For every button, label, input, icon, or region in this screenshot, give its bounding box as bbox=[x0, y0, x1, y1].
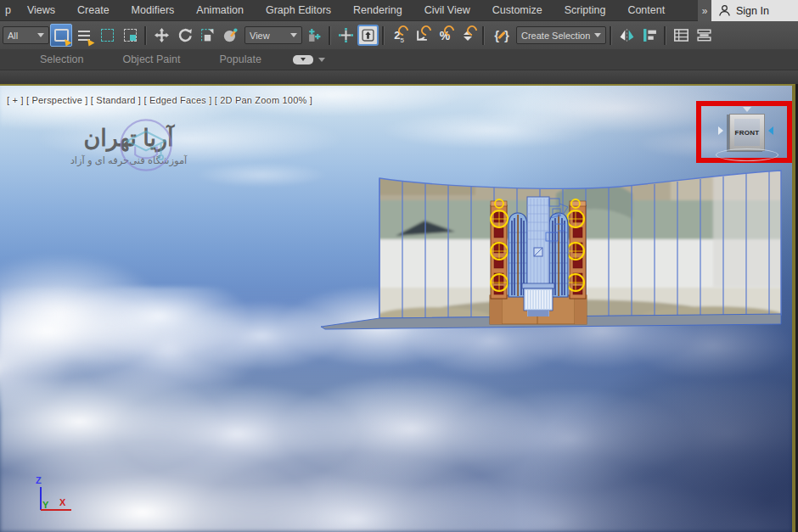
viewcube-front-face[interactable]: FRONT bbox=[734, 119, 760, 146]
align-button[interactable] bbox=[638, 24, 660, 47]
ribbon-body-collapsed bbox=[0, 70, 798, 84]
layer-explorer-icon bbox=[697, 29, 711, 42]
sign-in-label: Sign In bbox=[736, 5, 769, 17]
tab-selection[interactable]: Selection bbox=[20, 49, 103, 70]
chevron-down-icon bbox=[318, 58, 325, 62]
menu-bar: p Views Create Modifiers Animation Graph… bbox=[0, 0, 798, 21]
minimize-ribbon-button[interactable] bbox=[293, 55, 325, 64]
toolbar-separator bbox=[664, 26, 666, 45]
toggle-scene-explorer-button[interactable] bbox=[670, 24, 692, 47]
menu-overflow-button[interactable]: » bbox=[698, 0, 711, 21]
snaps-toggle-button[interactable]: 2 5 bbox=[388, 24, 410, 47]
kbd-override-icon bbox=[362, 29, 374, 42]
brace-right: } bbox=[504, 28, 509, 42]
coord-system-value: View bbox=[250, 31, 270, 41]
viewcube-left-arrow-icon[interactable] bbox=[718, 126, 723, 135]
axis-z-label: Z bbox=[36, 475, 42, 485]
named-selection-sets-dropdown[interactable]: Create Selection Se bbox=[516, 26, 606, 44]
viewport-label[interactable]: [ + ] [ Perspective ] [ Standard ] [ Edg… bbox=[7, 95, 312, 105]
minimize-ribbon-icon bbox=[293, 55, 313, 64]
ribbon-tab-bar: Selection Object Paint Populate bbox=[0, 49, 798, 70]
window-crossing-icon bbox=[124, 29, 137, 42]
toolbar-separator bbox=[482, 26, 485, 45]
menu-item-customize[interactable]: Customize bbox=[481, 0, 554, 21]
chevron-down-icon bbox=[290, 33, 297, 37]
annotation-highlight-box: FRONT bbox=[696, 101, 792, 163]
align-icon bbox=[643, 29, 657, 42]
main-toolbar: All bbox=[0, 21, 798, 49]
sign-in-button[interactable]: Sign In bbox=[711, 0, 798, 21]
scene-explorer-icon bbox=[674, 29, 688, 42]
snaps-sublabel: 5 bbox=[400, 36, 403, 44]
select-object-button[interactable] bbox=[50, 24, 72, 47]
select-and-manipulate-button[interactable] bbox=[334, 24, 357, 47]
menu-item-graph-editors[interactable]: Graph Editors bbox=[255, 0, 342, 21]
select-and-move-button[interactable] bbox=[150, 24, 172, 47]
selection-region-button[interactable] bbox=[96, 24, 118, 47]
menu-item-modifiers[interactable]: Modifiers bbox=[121, 0, 186, 21]
menu-item-create[interactable]: Create bbox=[66, 0, 121, 21]
scale-icon bbox=[200, 28, 215, 42]
menu-item-truncated[interactable]: p bbox=[0, 0, 16, 21]
tab-object-paint[interactable]: Object Paint bbox=[103, 49, 200, 70]
use-pivot-point-button[interactable] bbox=[303, 24, 325, 47]
tab-populate[interactable]: Populate bbox=[200, 49, 281, 70]
graduation-cap-logo bbox=[119, 118, 173, 172]
world-axis-gizmo: Z X Y bbox=[15, 473, 76, 520]
viewcube-right-arrow-icon[interactable] bbox=[768, 126, 773, 135]
perspective-viewport[interactable]: [ + ] [ Perspective ] [ Standard ] [ Edg… bbox=[0, 84, 795, 532]
rotate-icon bbox=[177, 28, 192, 42]
keyboard-shortcut-override-button[interactable] bbox=[357, 25, 379, 46]
chevron-down-icon bbox=[594, 33, 601, 37]
mirror-button[interactable] bbox=[615, 24, 638, 47]
edit-named-selection-sets-button[interactable]: { } bbox=[488, 24, 515, 47]
selection-filter-value: All bbox=[8, 31, 18, 41]
menu-item-rendering[interactable]: Rendering bbox=[342, 0, 413, 21]
menu-item-content[interactable]: Content bbox=[616, 0, 676, 21]
angle-snap-toggle-button[interactable] bbox=[411, 24, 433, 47]
select-and-place-button[interactable] bbox=[219, 24, 241, 47]
manipulate-icon bbox=[339, 28, 353, 42]
select-and-scale-button[interactable] bbox=[196, 24, 218, 47]
chevron-down-icon bbox=[37, 33, 44, 37]
central-glass-tower bbox=[527, 197, 549, 297]
cursor-icon bbox=[63, 37, 72, 47]
place-icon bbox=[223, 28, 238, 42]
window-crossing-button[interactable] bbox=[119, 24, 141, 47]
viewcube-face-label: FRONT bbox=[734, 129, 759, 137]
toggle-layer-explorer-button[interactable] bbox=[693, 24, 715, 47]
mirror-icon bbox=[619, 29, 635, 42]
viewcube-up-arrow-icon[interactable] bbox=[743, 107, 751, 112]
select-and-rotate-button[interactable] bbox=[173, 24, 195, 47]
viewcube[interactable]: FRONT bbox=[729, 114, 765, 151]
cursor-icon bbox=[86, 37, 95, 47]
named-selection-value: Create Selection Se bbox=[521, 31, 590, 41]
axis-x-label: X bbox=[59, 497, 66, 507]
viewcube-compass-ring[interactable] bbox=[716, 148, 778, 161]
menu-item-animation[interactable]: Animation bbox=[185, 0, 255, 21]
selection-region-icon bbox=[101, 29, 114, 42]
spinner-snap-toggle-button[interactable] bbox=[457, 24, 479, 47]
menu-item-scripting[interactable]: Scripting bbox=[554, 0, 617, 21]
3dsmax-window: p Views Create Modifiers Animation Graph… bbox=[0, 0, 798, 532]
pivot-center-icon bbox=[307, 28, 322, 42]
toolbar-separator bbox=[329, 26, 331, 45]
menu-item-views[interactable]: Views bbox=[16, 0, 66, 21]
person-icon bbox=[718, 4, 731, 17]
move-icon bbox=[155, 28, 169, 42]
selection-filter-dropdown[interactable]: All bbox=[3, 26, 49, 44]
menu-item-civil-view[interactable]: Civil View bbox=[413, 0, 481, 21]
reference-coordinate-dropdown[interactable]: View bbox=[244, 26, 302, 44]
training-watermark: آریا تهران آموزشگاه فنی‌حرفه ای و آزاد bbox=[37, 126, 220, 166]
percent-snap-toggle-button[interactable]: % bbox=[434, 24, 456, 47]
building-facade-model[interactable] bbox=[488, 195, 588, 326]
select-by-name-button[interactable] bbox=[73, 24, 95, 47]
toolbar-separator bbox=[382, 26, 385, 45]
axis-y-label: Y bbox=[42, 500, 49, 510]
toolbar-separator bbox=[610, 26, 612, 45]
toolbar-separator bbox=[144, 26, 147, 45]
